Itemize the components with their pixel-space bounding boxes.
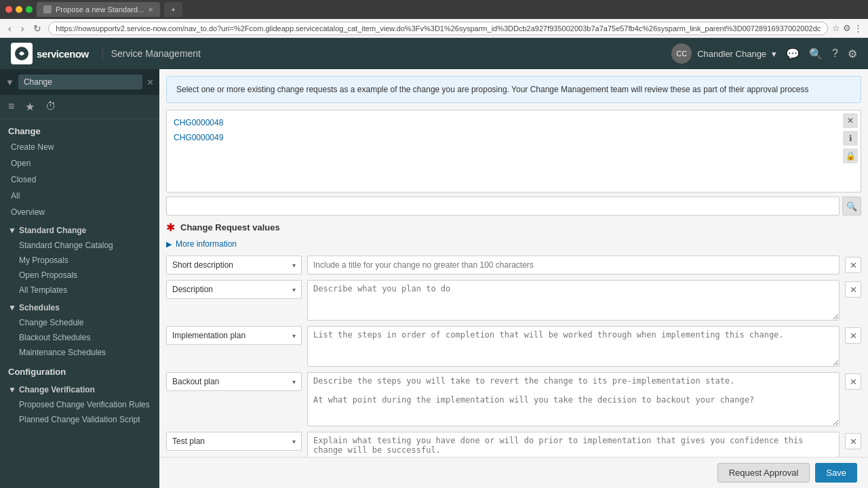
field-select-test-plan[interactable]: Test plan ▾ (166, 432, 302, 451)
sidebar-item-all[interactable]: All (0, 188, 159, 204)
sn-logo-text: servicenow (37, 48, 89, 60)
user-avatar: CC (671, 43, 692, 64)
chg-item-0[interactable]: CHG0000048 (174, 116, 854, 131)
search-icon[interactable]: 🔍 (809, 47, 823, 60)
schedules-label: Schedules (19, 303, 60, 312)
value-backout-plan[interactable] (307, 372, 840, 426)
form-row-short-description: Short description ▾ ✕ (166, 256, 861, 274)
sidebar-list-icon[interactable]: ≡ (8, 100, 14, 113)
minimize-window-btn[interactable] (16, 6, 22, 13)
change-verification-section[interactable]: ▼ Change Verification (0, 380, 159, 397)
chg-link-1[interactable]: CHG0000049 (174, 133, 223, 142)
required-star: ✱ (166, 221, 175, 234)
sidebar-item-open-proposals[interactable]: Open Proposals (0, 268, 159, 283)
chevron-down-icon-4: ▾ (292, 378, 296, 386)
change-verification-arrow: ▼ (8, 385, 16, 394)
address-bar-row: ‹ › ↻ ☆ ⚙ ⋮ (0, 19, 868, 38)
sidebar-item-maintenance-schedules[interactable]: Maintenance Schedules (0, 345, 159, 360)
field-select-implementation-plan[interactable]: Implementation plan ▾ (166, 326, 302, 345)
sidebar-item-blackout-schedules[interactable]: Blackout Schedules (0, 330, 159, 345)
active-browser-tab[interactable]: Propose a new Standard... ✕ (37, 2, 160, 17)
settings-icon[interactable]: ⚙ (848, 47, 857, 60)
value-description[interactable] (307, 280, 840, 321)
field-select-backout-plan[interactable]: Backout plan ▾ (166, 372, 302, 391)
remove-test-plan-btn[interactable]: ✕ (845, 433, 861, 449)
schedules-section[interactable]: ▼ Schedules (0, 298, 159, 315)
sidebar-item-my-proposals[interactable]: My Proposals (0, 253, 159, 268)
chevron-down-icon-2: ▾ (292, 286, 296, 293)
sn-header-right: CC Chandler Change ▾ 💬 🔍 ? ⚙ (671, 43, 857, 64)
new-browser-tab[interactable]: + (164, 2, 182, 17)
refresh-btn[interactable]: ↻ (31, 22, 44, 35)
close-window-btn[interactable] (5, 6, 12, 13)
remove-short-description-btn[interactable]: ✕ (845, 257, 861, 273)
remove-backout-plan-btn[interactable]: ✕ (845, 373, 861, 390)
user-name-label: Chandler Change (697, 49, 766, 59)
standard-change-label: Standard Change (19, 226, 86, 235)
field-select-short-description[interactable]: Short description ▾ (166, 256, 302, 274)
configuration-section-header: Configuration (0, 360, 159, 380)
crv-header: ✱ Change Request values (166, 221, 861, 234)
form-row-backout-plan: Backout plan ▾ ✕ (166, 372, 861, 426)
sidebar-item-standard-change-catalog[interactable]: Standard Change Catalog (0, 238, 159, 253)
sidebar-search-clear[interactable]: ✕ (146, 77, 154, 87)
sidebar-item-all-templates[interactable]: All Templates (0, 283, 159, 298)
sidebar: ▼ ✕ ≡ ★ ⏱ Change Create New Open Closed … (0, 69, 159, 488)
change-section-header: Change (0, 119, 159, 139)
chg-search-input[interactable] (166, 197, 840, 216)
menu-icon[interactable]: ⋮ (854, 23, 863, 33)
extensions-icon[interactable]: ⚙ (843, 23, 851, 33)
sidebar-item-closed[interactable]: Closed (0, 171, 159, 188)
chevron-down-icon-3: ▾ (292, 332, 296, 340)
sidebar-label-all: All (11, 191, 20, 201)
chg-actions: ✕ ℹ 🔒 (843, 113, 858, 163)
chg-search-row: 🔍 (166, 197, 861, 216)
sidebar-label-closed: Closed (11, 175, 36, 184)
sidebar-search-input[interactable] (18, 75, 142, 89)
remove-description-btn[interactable]: ✕ (845, 281, 861, 298)
sidebar-item-overview[interactable]: Overview (0, 204, 159, 220)
remove-implementation-plan-btn[interactable]: ✕ (845, 327, 861, 344)
sidebar-label-create-new: Create New (11, 142, 54, 152)
sidebar-clock-icon[interactable]: ⏱ (45, 100, 56, 113)
sidebar-search-bar: ▼ ✕ (0, 69, 159, 95)
sidebar-icons-row: ≡ ★ ⏱ (0, 95, 159, 119)
chat-icon[interactable]: 💬 (786, 47, 800, 60)
field-select-description[interactable]: Description ▾ (166, 280, 302, 299)
schedules-arrow: ▼ (8, 303, 16, 312)
maximize-window-btn[interactable] (26, 6, 33, 13)
sidebar-item-proposed-change-verification-rules[interactable]: Proposed Change Verification Rules (0, 397, 159, 412)
crv-title: Change Request values (180, 222, 280, 232)
forward-btn[interactable]: › (18, 22, 27, 35)
standard-change-arrow: ▼ (8, 226, 16, 235)
chg-link-0[interactable]: CHG0000048 (174, 118, 223, 127)
value-short-description[interactable] (307, 256, 840, 274)
value-implementation-plan[interactable] (307, 326, 840, 367)
chg-remove-btn[interactable]: ✕ (843, 113, 858, 128)
browser-action-icons: ☆ ⚙ ⋮ (832, 23, 863, 33)
save-button[interactable]: Save (815, 463, 857, 483)
back-btn[interactable]: ‹ (5, 22, 14, 35)
form-row-description: Description ▾ ✕ (166, 280, 861, 321)
help-icon[interactable]: ? (832, 47, 838, 60)
crv-section: ✱ Change Request values ▶ More informati… (166, 221, 861, 488)
chg-search-button[interactable]: 🔍 (842, 197, 861, 216)
close-tab-btn[interactable]: ✕ (148, 6, 153, 14)
more-info-toggle[interactable]: ▶ More information (166, 239, 861, 249)
address-input[interactable] (48, 22, 828, 35)
sidebar-item-create-new[interactable]: Create New (0, 139, 159, 155)
chg-item-1[interactable]: CHG0000049 (174, 131, 854, 146)
user-menu[interactable]: CC Chandler Change ▾ (671, 43, 776, 64)
bookmark-icon[interactable]: ☆ (832, 23, 840, 33)
chevron-down-icon: ▾ (292, 262, 296, 269)
request-approval-button[interactable]: Request Approval (717, 463, 810, 483)
new-tab-plus: + (171, 5, 175, 14)
chg-lock-btn[interactable]: 🔒 (843, 148, 858, 163)
standard-change-section[interactable]: ▼ Standard Change (0, 220, 159, 238)
sidebar-item-open[interactable]: Open (0, 155, 159, 171)
sidebar-item-planned-change-validation-script[interactable]: Planned Change Validation Script (0, 412, 159, 427)
sidebar-item-change-schedule[interactable]: Change Schedule (0, 315, 159, 330)
sidebar-star-icon[interactable]: ★ (25, 100, 35, 113)
chg-info-btn[interactable]: ℹ (843, 131, 858, 146)
info-banner: Select one or more existing change reque… (166, 76, 861, 103)
